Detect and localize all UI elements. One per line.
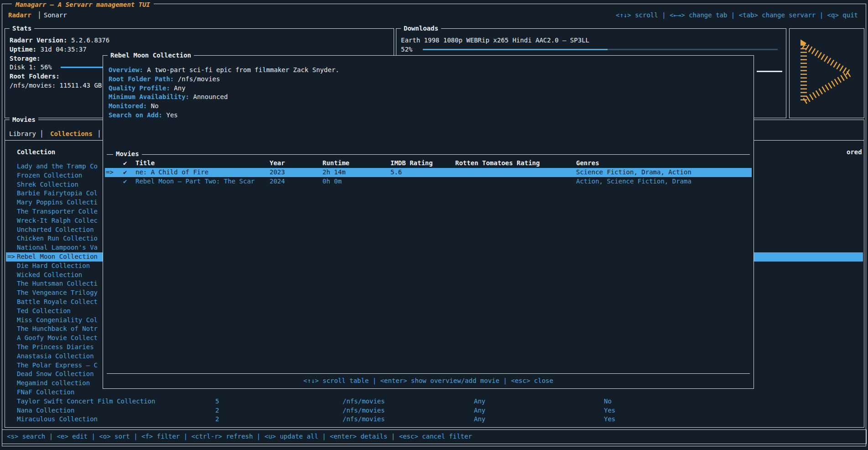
collection-name: The Hunchback of Notr (17, 324, 98, 334)
movie-year: 2023 (270, 168, 285, 177)
search-on-add-value: Yes (166, 111, 177, 119)
tab-separator: │ (37, 10, 41, 20)
collection-name: Lady and the Tramp Co (17, 162, 98, 171)
stats-panel-title: Stats (10, 24, 34, 33)
modal-bottom-separator (107, 373, 750, 374)
collection-root-folder: /nfs/movies (343, 397, 385, 406)
movie-runtime: 0h 0m (322, 177, 342, 186)
minimum-availability-label: Minimum Availability: (109, 93, 189, 100)
collection-name: Die Hard Collection (17, 262, 90, 271)
collection-name: The Huntsman Collecti (17, 279, 98, 288)
play-icon (797, 38, 857, 109)
movies-table-separator (107, 154, 750, 155)
monitored-label: Monitored: (109, 102, 147, 110)
collection-movie-count: 2 (215, 415, 219, 424)
tab-sonarr[interactable]: Sonarr (44, 10, 67, 20)
collection-row[interactable]: FNaF Collection (6, 388, 863, 397)
collection-name: Shrek Collection (17, 180, 78, 189)
collection-name: Chicken Run Collectio (17, 234, 98, 243)
collection-name: Miraculous Collection (17, 415, 98, 424)
quality-profile-field: Quality Profile: Any (109, 84, 748, 93)
movies-tab-separator: │ (40, 130, 43, 139)
collection-quality-profile: Any (474, 397, 485, 406)
collection-name: Miss Congeniality Col (17, 316, 98, 325)
download-percent: 52% (401, 46, 412, 53)
second-download-bar-fragment (757, 71, 782, 72)
download-progress-bar-fill (423, 49, 608, 50)
footer-bar: <s> search | <e> edit | <o> sort | <f> f… (2, 429, 867, 444)
collection-root-folder: /nfs/movies (343, 415, 385, 424)
collection-column-header: Collection (17, 148, 55, 157)
uptime-label: Uptime: (10, 46, 36, 53)
collection-name: National Lampoon's Va (17, 243, 98, 252)
monitored-field: Monitored: No (109, 102, 748, 111)
radarr-version-label: Radarr Version: (10, 37, 67, 44)
app-title: Managarr — A Servarr management TUI (12, 0, 154, 9)
radarr-version-value: 5.2.6.8376 (71, 37, 109, 44)
collection-quality-profile: Any (474, 415, 485, 424)
download-item-name: Earth 1998 1080p WEBRip x265 Hindi AAC2.… (401, 36, 781, 45)
collection-name: Anastasia Collection (17, 352, 94, 361)
movie-genres: Action, Science Fiction, Drama (576, 177, 691, 186)
movie-title: ne: A Child of Fire (135, 168, 208, 177)
monitored-column-header-fragment: ored (847, 148, 862, 157)
header-title: Title (135, 159, 155, 168)
collection-name: Barbie Fairytopia Col (17, 189, 98, 198)
disk-percent: 56% (40, 63, 52, 71)
collection-name: The Vengeance Trilogy (17, 288, 98, 298)
selection-arrow: => (106, 168, 114, 177)
collection-name: Dead Snow Collection (17, 370, 94, 379)
collection-row[interactable]: Nana Collection 2 /nfs/movies Any Yes (6, 406, 863, 415)
collection-name: Frozen Collection (17, 171, 82, 180)
collection-details-modal: Rebel Moon Collection Overview: A two-pa… (103, 55, 754, 389)
modal-fields: Overview: A two-part sci-fi epic from fi… (109, 66, 748, 120)
collection-monitored: No (604, 397, 612, 406)
movies-table-rows: => ✔ ne: A Child of Fire 2023 2h 14m 5.6… (105, 168, 752, 186)
collection-row[interactable]: Miraculous Collection 2 /nfs/movies Any … (6, 415, 863, 424)
collection-name: A Goofy Movie Collect (17, 334, 98, 343)
movies-table-title: Movies (113, 150, 142, 159)
collection-name: The Transporter Colle (17, 207, 98, 216)
header-genres: Genres (576, 159, 599, 168)
tab-collections[interactable]: Collections (50, 130, 93, 139)
root-folder-path-value: /nfs/movies (178, 75, 220, 83)
movies-table-header: ✔ Title Year Runtime IMDB Rating Rotten … (103, 159, 754, 168)
uptime-line: Uptime: 31d 04:35:37 (10, 45, 389, 54)
modal-title: Rebel Moon Collection (108, 51, 194, 60)
downloads-content: Earth 1998 1080p WEBRip x265 Hindi AAC2.… (401, 36, 781, 54)
header-imdb-rating: IMDB Rating (390, 159, 433, 168)
movie-row[interactable]: => ✔ ne: A Child of Fire 2023 2h 14m 5.6… (105, 168, 752, 177)
tab-radarr[interactable]: Radarr (8, 10, 31, 20)
collection-movie-count: 2 (215, 406, 219, 415)
movie-row[interactable]: ✔ Rebel Moon – Part Two: The Scar 2024 0… (105, 177, 752, 186)
collection-row[interactable]: Taylor Swift Concert Film Collection 5 /… (6, 397, 863, 406)
footer-keybindings-help: <s> search | <e> edit | <o> sort | <f> f… (7, 430, 472, 443)
movie-runtime: 2h 14m (322, 168, 346, 177)
logo-panel (789, 28, 864, 118)
tab-library[interactable]: Library (9, 130, 36, 139)
collection-name: Mary Poppins Collecti (17, 198, 98, 207)
movie-imdb-rating: 5.6 (390, 168, 402, 177)
search-on-add-label: Search on Add: (109, 111, 162, 119)
collection-root-folder: /nfs/movies (343, 406, 385, 415)
disk-label: Disk 1: (10, 63, 36, 71)
collection-quality-profile: Any (474, 406, 485, 415)
selection-arrow: => (7, 252, 15, 262)
search-on-add-field: Search on Add: Yes (109, 111, 748, 120)
radarr-version-line: Radarr Version: 5.2.6.8376 (10, 36, 389, 45)
collection-monitored: Yes (604, 415, 615, 424)
collection-name: The Princess Diaries (17, 343, 94, 352)
collection-name: The Polar Express – C (17, 361, 98, 370)
collection-name: Megamind collection (17, 379, 90, 388)
overview-value: A two-part sci-fi epic from filmmaker Za… (147, 66, 339, 73)
top-keybindings-help: <↑↓> scroll | <←→> change tab | <tab> ch… (616, 10, 858, 20)
collection-name: FNaF Collection (17, 388, 74, 397)
header-year: Year (270, 159, 285, 168)
modal-keybindings-help: <↑↓> scroll table | <enter> show overvie… (103, 376, 754, 385)
movies-tab-separator-2: │ (97, 130, 101, 139)
minimum-availability-field: Minimum Availability: Announced (109, 93, 748, 102)
collection-name: Ted Collection (17, 307, 71, 316)
collection-name: Wreck-It Ralph Collec (17, 216, 98, 225)
monitored-value: No (151, 102, 159, 110)
collection-name: Rebel Moon Collection (17, 252, 98, 262)
